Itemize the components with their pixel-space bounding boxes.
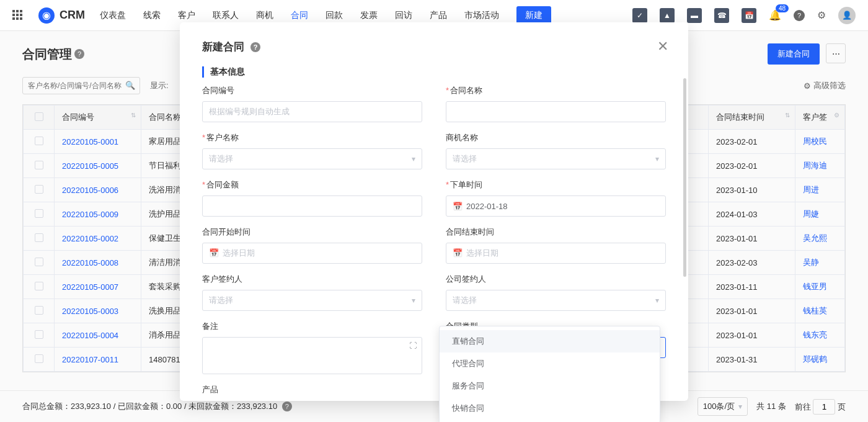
- contract-type-dropdown: 直销合同 代理合同 服务合同 快销合同: [439, 326, 660, 422]
- nav-right: ✓ ▲ ▬ ☎ 📅 🔔 48 ? ⚙ 👤: [632, 7, 856, 24]
- field-order-time: *下单时间 📅2022-01-18: [446, 179, 666, 217]
- dropdown-option[interactable]: 服务合同: [440, 375, 660, 397]
- settings-icon[interactable]: ⚙: [817, 9, 826, 21]
- nav-products[interactable]: 产品: [430, 10, 447, 21]
- logo[interactable]: ◉ CRM: [38, 7, 85, 24]
- dropdown-option[interactable]: 代理合同: [440, 352, 660, 375]
- comp-signer-select[interactable]: 请选择▾: [446, 290, 666, 311]
- nav-opportunities[interactable]: 商机: [256, 10, 273, 21]
- nav-payments[interactable]: 回款: [326, 10, 343, 21]
- field-opportunity: 商机名称 请选择▾: [446, 132, 666, 169]
- modal-title: 新建合同 ?: [202, 40, 666, 54]
- opportunity-select[interactable]: 请选择▾: [446, 148, 666, 169]
- expand-icon[interactable]: ⛶: [409, 341, 417, 350]
- chevron-down-icon: ▾: [655, 155, 659, 163]
- nav-invoices[interactable]: 发票: [360, 10, 378, 21]
- phone-icon[interactable]: ☎: [714, 8, 729, 23]
- remark-textarea[interactable]: ⛶: [202, 337, 422, 374]
- field-amount: *合同金额: [202, 179, 422, 217]
- field-comp-signer: 公司签约人 请选择▾: [446, 274, 666, 311]
- notifications[interactable]: 🔔 48: [769, 9, 781, 21]
- field-end-date: 合同结束时间 📅选择日期: [446, 227, 666, 264]
- field-cust-signer: 客户签约人 请选择▾: [202, 274, 422, 311]
- section-basic-info: 基本信息: [202, 66, 666, 78]
- nav-contracts[interactable]: 合同: [291, 10, 308, 21]
- customer-select[interactable]: 请选择▾: [202, 148, 422, 169]
- help-icon[interactable]: ?: [794, 10, 805, 21]
- cust-signer-select[interactable]: 请选择▾: [202, 290, 422, 311]
- nav-customers[interactable]: 客户: [178, 10, 195, 21]
- calendar-icon: 📅: [453, 202, 463, 211]
- nav-contacts[interactable]: 联系人: [213, 10, 239, 21]
- apps-grid-icon[interactable]: [12, 10, 24, 21]
- modal-help-icon[interactable]: ?: [250, 42, 260, 52]
- nav-marketing[interactable]: 市场活动: [464, 10, 499, 21]
- order-time-input[interactable]: 📅2022-01-18: [446, 195, 666, 217]
- chevron-down-icon: ▾: [412, 155, 415, 163]
- dropdown-option[interactable]: 快销合同: [440, 397, 660, 420]
- app-name: CRM: [60, 9, 85, 22]
- start-date-input[interactable]: 📅选择日期: [202, 243, 422, 264]
- field-contract-no: 合同编号 根据编号规则自动生成: [202, 85, 422, 122]
- end-date-input[interactable]: 📅选择日期: [446, 243, 666, 264]
- notification-badge: 48: [776, 4, 789, 12]
- user-avatar[interactable]: 👤: [838, 7, 856, 24]
- nav-dashboard[interactable]: 仪表盘: [100, 10, 126, 21]
- field-start-date: 合同开始时间 📅选择日期: [202, 227, 422, 264]
- calendar-icon: 📅: [209, 248, 219, 258]
- modal-close-button[interactable]: ✕: [657, 38, 668, 55]
- nav-leads[interactable]: 线索: [143, 10, 161, 21]
- contract-no-input[interactable]: 根据编号规则自动生成: [202, 101, 422, 122]
- nav-revisits[interactable]: 回访: [395, 10, 412, 21]
- nav-new-button[interactable]: 新建: [516, 6, 551, 25]
- modal-scrollbar[interactable]: [683, 78, 686, 277]
- logo-icon: ◉: [38, 7, 55, 24]
- amount-input[interactable]: [202, 195, 422, 217]
- chevron-down-icon: ▾: [655, 296, 659, 305]
- nav-items: 仪表盘 线索 客户 联系人 商机 合同 回款 发票 回访 产品 市场活动 新建: [100, 6, 551, 25]
- dropdown-option[interactable]: 直销合同: [440, 330, 660, 352]
- calendar-icon[interactable]: 📅: [742, 8, 756, 23]
- field-remark: 备注 ⛶: [202, 321, 422, 374]
- field-contract-name: *合同名称: [446, 85, 666, 122]
- chevron-down-icon: ▾: [412, 296, 415, 305]
- contract-name-input[interactable]: [446, 101, 666, 122]
- calendar-icon: 📅: [453, 248, 463, 258]
- task-icon[interactable]: ✓: [632, 8, 647, 23]
- field-customer: *客户名称 请选择▾: [202, 132, 422, 169]
- contact-icon[interactable]: ▲: [660, 8, 675, 23]
- note-icon[interactable]: ▬: [687, 8, 702, 23]
